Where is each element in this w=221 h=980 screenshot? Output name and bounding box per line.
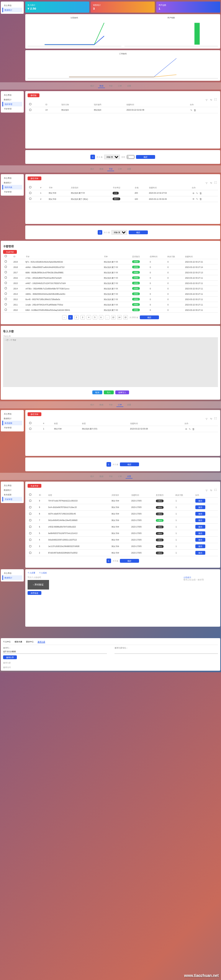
page-2[interactable]: 2 [74,315,79,320]
activate-button[interactable]: 激活 [195,518,205,522]
activate-button[interactable]: 激活 [195,525,205,529]
row-checkbox[interactable] [5,298,7,300]
page-4[interactable]: 4 [87,315,91,320]
page-input[interactable] [127,155,134,159]
activate-button[interactable]: 激活 [195,531,205,535]
prev-page[interactable]: ‹ [62,315,67,320]
activate-button[interactable]: 激活 [195,538,205,542]
filter-icon[interactable]: ▽ [205,417,208,420]
sidebar-item[interactable]: 角色权限 [2,421,22,425]
row-checkbox[interactable] [5,303,7,305]
row-checkbox[interactable] [29,532,31,534]
activate-button[interactable]: 激活 [195,512,205,516]
view-icon[interactable]: 👁 [185,428,188,431]
select-all[interactable] [29,422,31,424]
gen-key-button[interactable]: 生成卡密 [3,250,17,254]
activate-button[interactable]: 激活 [195,505,205,509]
tab[interactable]: 安全中心 [26,640,34,643]
refresh-icon[interactable]: ↻ [210,98,213,101]
tab[interactable]: 个人中心 [3,640,11,643]
row-checkbox[interactable] [29,506,31,508]
page-15[interactable]: 15 [123,315,128,320]
tab[interactable]: 设置 [126,167,133,171]
row-checkbox[interactable] [29,519,31,521]
row-checkbox[interactable] [29,500,31,502]
tab-3[interactable]: 订单 [116,84,123,88]
confirm-button[interactable]: 确定 [120,462,139,466]
expand-icon[interactable]: ⛶ [214,98,217,101]
row-checkbox[interactable] [5,292,7,295]
page-1[interactable]: 1 [98,230,102,235]
share-button[interactable]: 邀请分享 [3,655,17,659]
gen-key-button[interactable]: 生成卡密 [28,484,41,488]
page-14[interactable]: 14 [117,315,122,320]
page-5[interactable]: 5 [93,315,97,320]
save-desc-button[interactable]: 保存描述 [28,591,41,595]
sidebar-item[interactable]: 数据统计 [2,416,22,421]
row-checkbox[interactable] [5,276,7,279]
tab[interactable]: 统计 [89,167,96,171]
add-cardtype-button[interactable]: 新增卡种 [28,176,41,180]
tab[interactable]: 统计 [89,403,96,407]
refresh-icon[interactable]: ↻ [210,181,213,184]
row-checkbox[interactable] [29,192,31,194]
edit-icon[interactable]: ✎ [196,191,199,194]
row-checkbox[interactable] [29,428,31,430]
view-icon[interactable]: 👁 [192,192,195,195]
edit-icon[interactable]: ✎ [188,427,191,430]
delete-icon[interactable]: 🗑 [199,198,202,201]
tab[interactable]: 订单 [116,167,123,171]
tab[interactable]: 修改头像 [15,640,22,643]
bulk-import-button[interactable]: 批量导入 [115,390,129,394]
delete-icon[interactable]: 🗑 [199,192,202,195]
select-all[interactable] [29,186,31,188]
page-...[interactable]: ... [105,315,110,320]
filter-icon[interactable]: ▽ [205,488,208,492]
tab[interactable]: 数据 [98,474,105,479]
row-checkbox[interactable] [5,260,7,263]
page-3[interactable]: 3 [80,315,85,320]
confirm-button[interactable]: 确定 [120,559,139,563]
row-checkbox[interactable] [5,266,7,268]
refresh-icon[interactable]: ↻ [210,488,213,492]
tab[interactable]: 卡密 [107,474,114,479]
row-checkbox[interactable] [5,282,7,284]
add-button[interactable]: 新增卡种 [28,412,41,416]
row-checkbox[interactable] [5,309,7,311]
sidebar-item[interactable]: 数据统计 [2,97,22,102]
filter-icon[interactable]: ▽ [205,98,208,101]
page-1[interactable]: 1 [68,315,73,320]
row-checkbox[interactable] [29,513,31,515]
page-size[interactable]: 10条/页 [111,230,127,235]
confirm-button[interactable]: 确定 [129,230,148,234]
tab[interactable]: 数据 [98,167,105,171]
row-checkbox[interactable] [29,545,31,547]
row-checkbox[interactable] [5,271,7,273]
activate-button[interactable]: 激活 [195,544,205,548]
add-project-button[interactable]: 新增项 [28,93,39,97]
tab[interactable]: 订单 [116,403,123,407]
activate-button[interactable]: 激活 [195,499,205,503]
page[interactable]: 1 [106,462,111,467]
import-button[interactable]: 导入 [104,390,114,394]
sidebar-item[interactable]: 卡密管理 [2,425,22,430]
sidebar-item-stats[interactable]: 数据统计 [2,8,22,12]
page-6[interactable]: 6 [99,315,103,320]
expand-icon[interactable]: ⛶ [214,488,217,492]
tab-1[interactable]: 数据 [98,84,105,88]
row-checkbox[interactable] [5,287,7,289]
row-checkbox[interactable] [29,539,31,541]
tab[interactable]: 订单 [116,474,123,479]
delete-icon[interactable]: 🗑 [192,428,195,431]
tab[interactable]: 统计 [89,474,96,479]
page[interactable]: 1 [106,559,111,563]
confirm-button[interactable]: 确定 [136,155,155,159]
invite-url-input[interactable] [115,650,218,654]
sidebar-item[interactable]: 数据统计 [2,488,22,492]
row-checkbox[interactable] [29,526,31,528]
tab[interactable]: 设置 [126,403,133,407]
sidebar-item[interactable]: 卡密管理 [2,106,22,111]
expand-icon[interactable]: ⛶ [214,417,217,420]
cancel-button[interactable]: 取消 [92,390,102,394]
tab[interactable]: 设置 [126,474,133,479]
